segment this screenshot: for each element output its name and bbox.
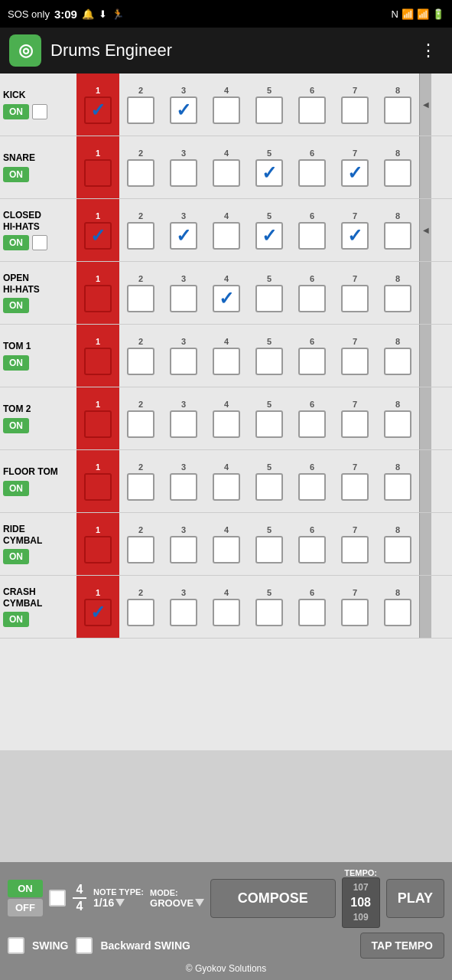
beat-box-kick-2[interactable] [127,96,154,124]
beat-box-snare-2[interactable] [127,159,154,187]
beat-box-ride-cymbal-2[interactable] [127,536,154,564]
on-button-snare[interactable]: ON [3,167,29,182]
global-on-button[interactable]: ON [8,880,43,897]
extra-checkbox-closed-hi-hats[interactable] [32,235,47,250]
beat-box-snare-1[interactable] [84,159,112,187]
beat-box-closed-hi-hats-7[interactable] [341,222,369,250]
on-button-open-hi-hats[interactable]: ON [3,298,29,313]
on-button-ride-cymbal[interactable]: ON [3,549,29,564]
beat-box-floor-tom-6[interactable] [298,473,326,501]
beat-box-open-hi-hats-6[interactable] [298,285,326,312]
beat-box-kick-3[interactable] [170,96,197,124]
scroll-indicator-tom1[interactable] [419,325,431,387]
global-off-button[interactable]: OFF [8,899,43,916]
beat-box-crash-cymbal-3[interactable] [170,599,197,626]
beat-box-floor-tom-2[interactable] [127,473,154,501]
beat-box-crash-cymbal-5[interactable] [255,599,283,626]
scroll-indicator-crash-cymbal[interactable] [419,576,431,638]
beat-box-ride-cymbal-1[interactable] [84,536,112,564]
beat-box-snare-4[interactable] [213,159,240,187]
beat-box-kick-6[interactable] [298,96,326,124]
on-button-tom1[interactable]: ON [3,355,29,371]
beat-box-ride-cymbal-3[interactable] [170,536,197,564]
on-button-closed-hi-hats[interactable]: ON [3,235,29,250]
beat-box-tom1-2[interactable] [127,348,154,375]
backward-swing-checkbox[interactable] [76,937,93,954]
on-button-crash-cymbal[interactable]: ON [3,612,29,627]
extra-checkbox-kick[interactable] [32,104,47,119]
on-button-floor-tom[interactable]: ON [3,481,29,496]
beat-box-ride-cymbal-5[interactable] [255,536,283,564]
beat-box-tom2-4[interactable] [213,410,240,438]
beat-box-open-hi-hats-5[interactable] [255,285,283,312]
beat-box-kick-4[interactable] [213,96,240,124]
note-type-value[interactable]: 1/16 [93,897,144,909]
menu-button[interactable]: ⋮ [414,38,443,64]
scroll-indicator-ride-cymbal[interactable] [419,513,431,575]
global-checkbox[interactable] [49,890,66,906]
beat-box-crash-cymbal-1[interactable] [84,599,112,626]
scroll-indicator-open-hi-hats[interactable] [419,262,431,324]
tempo-picker[interactable]: 107 108 109 [342,877,380,928]
beat-box-tom1-8[interactable] [384,348,411,375]
beat-box-kick-7[interactable] [341,96,369,124]
scroll-indicator-tom2[interactable] [419,387,431,449]
tap-tempo-button[interactable]: TAP TEMPO [360,933,444,959]
beat-box-closed-hi-hats-6[interactable] [298,222,326,250]
beat-box-tom1-1[interactable] [84,348,112,375]
beat-box-tom1-6[interactable] [298,348,326,375]
compose-button[interactable]: COMPOSE [210,879,336,918]
beat-box-snare-8[interactable] [384,159,411,187]
beat-box-closed-hi-hats-4[interactable] [213,222,240,250]
beat-box-floor-tom-7[interactable] [341,473,369,501]
beat-box-tom2-8[interactable] [384,410,411,438]
beat-box-closed-hi-hats-1[interactable] [84,222,112,250]
on-button-kick[interactable]: ON [3,104,29,119]
beat-box-crash-cymbal-7[interactable] [341,599,369,626]
play-button[interactable]: PLAY [386,879,444,918]
beat-box-tom2-5[interactable] [255,410,283,438]
beat-box-snare-6[interactable] [298,159,326,187]
beat-box-snare-5[interactable] [255,159,283,187]
beat-box-open-hi-hats-2[interactable] [127,285,154,312]
beat-box-tom2-6[interactable] [298,410,326,438]
beat-box-tom1-4[interactable] [213,348,240,375]
beat-box-tom2-2[interactable] [127,410,154,438]
swing-checkbox[interactable] [8,937,24,954]
beat-box-closed-hi-hats-5[interactable] [255,222,283,250]
scroll-indicator-kick[interactable]: ◀ [419,74,431,136]
beat-box-open-hi-hats-1[interactable] [84,285,112,312]
scroll-indicator-closed-hi-hats[interactable]: ◀ [419,199,431,261]
on-button-tom2[interactable]: ON [3,418,29,433]
beat-box-floor-tom-8[interactable] [384,473,411,501]
beat-box-floor-tom-5[interactable] [255,473,283,501]
scroll-indicator-floor-tom[interactable] [419,450,431,512]
beat-box-tom2-1[interactable] [84,410,112,438]
beat-box-open-hi-hats-4[interactable] [213,285,240,312]
beat-box-ride-cymbal-8[interactable] [384,536,411,564]
beat-box-kick-8[interactable] [384,96,411,124]
beat-box-crash-cymbal-8[interactable] [384,599,411,626]
beat-box-crash-cymbal-2[interactable] [127,599,154,626]
scroll-indicator-snare[interactable] [419,136,431,198]
beat-box-tom2-7[interactable] [341,410,369,438]
beat-box-kick-5[interactable] [255,96,283,124]
beat-box-open-hi-hats-3[interactable] [170,285,197,312]
beat-box-floor-tom-1[interactable] [84,473,112,501]
beat-box-open-hi-hats-8[interactable] [384,285,411,312]
beat-box-tom2-3[interactable] [170,410,197,438]
beat-box-tom1-5[interactable] [255,348,283,375]
beat-box-crash-cymbal-4[interactable] [213,599,240,626]
beat-box-tom1-3[interactable] [170,348,197,375]
beat-box-snare-7[interactable] [341,159,369,187]
beat-box-tom1-7[interactable] [341,348,369,375]
beat-box-ride-cymbal-7[interactable] [341,536,369,564]
beat-box-closed-hi-hats-8[interactable] [384,222,411,250]
beat-box-ride-cymbal-6[interactable] [298,536,326,564]
beat-box-snare-3[interactable] [170,159,197,187]
beat-box-ride-cymbal-4[interactable] [213,536,240,564]
mode-value[interactable]: GROOVE [150,897,204,909]
beat-box-closed-hi-hats-2[interactable] [127,222,154,250]
beat-box-open-hi-hats-7[interactable] [341,285,369,312]
beat-box-floor-tom-4[interactable] [213,473,240,501]
